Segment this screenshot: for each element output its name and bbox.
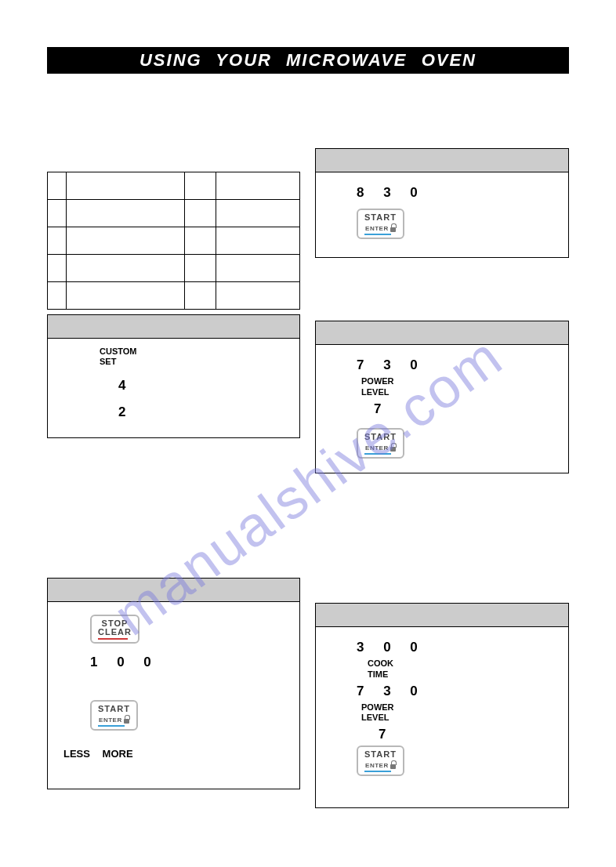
panel-header	[48, 315, 299, 339]
button-label-bottom: ENTER	[365, 445, 396, 452]
button-label-top: START	[364, 750, 397, 759]
reference-table	[47, 172, 300, 310]
table-row	[48, 255, 300, 282]
panel-cook-time: 3 0 0 COOKTIME 7 3 0 POWERLEVEL 7 START …	[315, 603, 569, 808]
cook-time-label: COOKTIME	[368, 658, 393, 680]
start-enter-button[interactable]: START ENTER	[357, 745, 404, 776]
lock-icon	[390, 763, 396, 769]
panel-header	[316, 149, 568, 172]
panel-stop-clear: STOP CLEAR 1 0 0 START ENTER LESS MORE	[47, 578, 300, 789]
panel-power-730: 7 3 0 POWERLEVEL 7 START ENTER	[315, 321, 569, 473]
panel-time-830: 8 3 0 START ENTER	[315, 148, 569, 258]
power-level-label: POWERLEVEL	[361, 376, 394, 398]
table-row	[48, 227, 300, 255]
button-label-bottom: ENTER	[99, 717, 129, 724]
lock-icon	[390, 226, 396, 232]
panel-header	[316, 321, 568, 345]
button-label-bottom: ENTER	[365, 763, 396, 769]
panel-custom-set: CUSTOM SET 4 2	[47, 314, 300, 438]
display-digits: 8 3 0	[357, 185, 553, 201]
power-level-value: 7	[374, 401, 389, 417]
table-row	[48, 200, 300, 227]
start-enter-button[interactable]: START ENTER	[357, 428, 404, 459]
button-label-bottom: ENTER	[365, 226, 396, 232]
display-digits: 7 3 0	[357, 357, 426, 373]
button-label-bottom: CLEAR	[98, 628, 132, 637]
panel-header	[48, 579, 299, 602]
button-label-top: START	[364, 433, 397, 441]
custom-set-label: CUSTOM SET	[100, 346, 284, 367]
display-digits: 7 3 0	[357, 684, 426, 699]
power-level-value: 7	[379, 727, 393, 742]
button-label-top: START	[98, 705, 130, 713]
page-title: USING YOUR MICROWAVE OVEN	[47, 47, 569, 74]
display-digits: 1 0 0	[90, 655, 284, 670]
stop-clear-button[interactable]: STOP CLEAR	[90, 615, 140, 644]
table-row	[48, 282, 300, 310]
power-level-label: POWERLEVEL	[361, 702, 394, 724]
lock-icon	[390, 445, 396, 452]
start-enter-button[interactable]: START ENTER	[357, 209, 404, 239]
start-enter-button[interactable]: START ENTER	[90, 700, 138, 731]
lock-icon	[124, 717, 129, 724]
display-digits: 3 0 0	[357, 640, 426, 655]
custom-set-value-2: 2	[118, 404, 284, 420]
less-more-label: LESS MORE	[63, 748, 284, 760]
panel-header	[316, 604, 568, 627]
table-row	[48, 172, 300, 200]
custom-set-value-1: 4	[118, 378, 284, 394]
button-label-top: START	[364, 213, 397, 222]
